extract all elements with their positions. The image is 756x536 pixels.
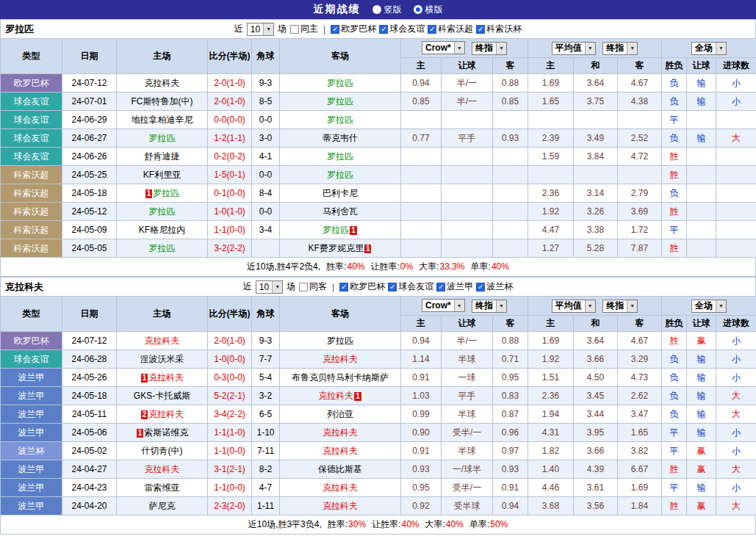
odds-value: 0.71 [493,350,528,369]
odds-value: 0.99 [401,405,442,424]
average-select[interactable]: 平均值▼ [552,42,596,55]
away-team-name: 罗拉匹 [327,170,353,180]
page-title: 近期战绩 [314,3,361,16]
league-filter[interactable]: 波兰杯 [476,280,513,293]
match-count-select[interactable]: 10 ▼ [256,280,283,294]
same-venue-filter[interactable]: 同客 [299,280,327,293]
summary-stat: 胜率:30% [328,518,366,531]
radio-unselected-icon[interactable] [372,5,381,14]
dropdown-arrow-icon: ▼ [496,300,506,312]
home-team-cell: KF格尼拉内 [117,221,208,239]
home-team-name: 罗拉匹 [153,188,179,198]
match-row: 波兰甲24-05-112克拉科夫3-4(2-2)6-5列治亚0.99半球0.87… [1,405,756,424]
league-filter[interactable]: 欧罗巴杯 [339,280,385,293]
odds-value [401,203,442,221]
result-value [687,221,716,239]
match-date: 24-04-27 [62,460,117,479]
odds-value [401,111,442,129]
avg-odds-value: 4.31 [528,424,574,442]
checkbox-checked-icon[interactable] [331,25,339,34]
result-value: 胜 [662,203,687,221]
avg-odds-value: 3.44 [574,405,618,424]
result-value [687,239,716,258]
checkbox-unchecked-icon[interactable] [299,283,308,291]
league-filter[interactable]: 科索沃超 [428,23,473,35]
league-badge: 欧罗巴杯 [1,74,62,93]
result-value: 赢 [687,332,716,350]
checkbox-checked-icon[interactable] [339,283,348,291]
league-filter[interactable]: 球会友谊 [379,23,425,35]
average-time-select[interactable]: 终指▼ [602,42,638,55]
match-date: 24-05-18 [62,387,117,405]
bookmaker-select[interactable]: Crow*▼ [422,41,465,54]
average-select[interactable]: 平均值▼ [552,300,596,313]
summary-stat-label: 单率: [469,519,489,529]
col-header-odds-away: 客 [493,58,528,74]
match-score: 1-1(0-0) [208,442,252,460]
league-filter-label: 波兰杯 [486,280,513,293]
same-venue-label: 同客 [309,280,327,293]
summary-stat-value: 50% [490,519,508,529]
result-value [716,111,756,129]
summary-stat: 让胜率:40% [372,518,419,531]
col-header-avg-away: 客 [618,58,662,74]
summary-stat-label: 单率: [471,261,491,272]
col-header-avg-draw: 和 [574,58,618,74]
result-value: 赢 [687,460,716,479]
col-header-result: 胜负 [662,58,687,74]
avg-odds-value: 3.64 [574,332,618,350]
match-count-select[interactable]: 10 ▼ [247,23,274,36]
avg-odds-value: 1.84 [618,497,662,515]
dropdown-arrow-icon: ▼ [585,300,595,312]
match-row: 欧罗巴杯24-07-12克拉科夫2-0(1-0)9-3罗拉匹0.94半/一0.8… [1,332,756,350]
avg-odds-value: 3.66 [574,442,618,460]
result-group: 全场▼ [662,297,756,316]
odds-value: 0.85 [493,93,528,111]
checkbox-checked-icon[interactable] [379,25,388,34]
avg-odds-value: 4.50 [574,369,618,387]
bookmaker-select[interactable]: Crow*▼ [422,299,465,312]
avg-odds-value: 1.27 [528,239,574,258]
checkbox-checked-icon[interactable] [388,283,397,291]
odds-value [442,239,493,258]
odds-time-select[interactable]: 终指▼ [472,42,507,55]
layout-vertical-option[interactable]: 竖版 [372,4,402,16]
avg-odds-value: 3.61 [574,479,618,497]
home-team-name: 罗拉匹 [149,243,176,253]
odds-value: 0.96 [493,424,528,442]
league-filter[interactable]: 波兰甲 [436,280,473,293]
radio-selected-icon[interactable] [414,5,422,14]
checkbox-checked-icon[interactable] [428,25,436,34]
odds-time-select[interactable]: 终指▼ [472,300,507,313]
corner-score: 0-0 [252,203,280,221]
checkbox-checked-icon[interactable] [476,283,485,291]
odds-value [401,221,442,239]
bookmaker-select-value: Crow* [422,42,454,54]
match-date: 24-04-23 [62,479,117,497]
match-row: 球会友谊24-07-01FC斯特鲁加(中)2-0(1-0)8-5罗拉匹0.85半… [1,93,756,111]
result-value: 负 [662,93,687,111]
home-team-name: KF格尼拉内 [139,225,185,235]
league-filter[interactable]: 欧罗巴杯 [331,23,376,35]
card-badge: 2 [141,410,148,419]
checkbox-checked-icon[interactable] [476,25,485,34]
near-label: 近 [243,280,252,293]
full-match-select[interactable]: 全场▼ [691,42,727,55]
result-value: 大 [716,405,756,424]
league-filter[interactable]: 科索沃杯 [476,23,522,35]
result-value: 大 [716,387,756,405]
checkbox-checked-icon[interactable] [436,283,445,291]
col-header-result: 胜负 [662,316,687,332]
checkbox-unchecked-icon[interactable] [290,25,299,34]
home-team-name: 罗拉匹 [149,133,176,143]
odds-value [493,148,528,166]
full-match-select[interactable]: 全场▼ [691,300,727,313]
matches-table: 类型 日期 主场 比分(半场) 角球 客场 Crow*▼ 终指▼ 平均值▼ 终指… [0,296,756,515]
same-venue-filter[interactable]: 同主 [290,23,318,35]
odds-value: 0.93 [493,129,528,148]
result-value: 输 [687,424,716,442]
layout-horizontal-option[interactable]: 横版 [414,4,443,16]
team-name: 罗拉匹 [5,23,34,36]
league-filter[interactable]: 球会友谊 [388,280,433,293]
average-time-select[interactable]: 终指▼ [602,300,638,313]
